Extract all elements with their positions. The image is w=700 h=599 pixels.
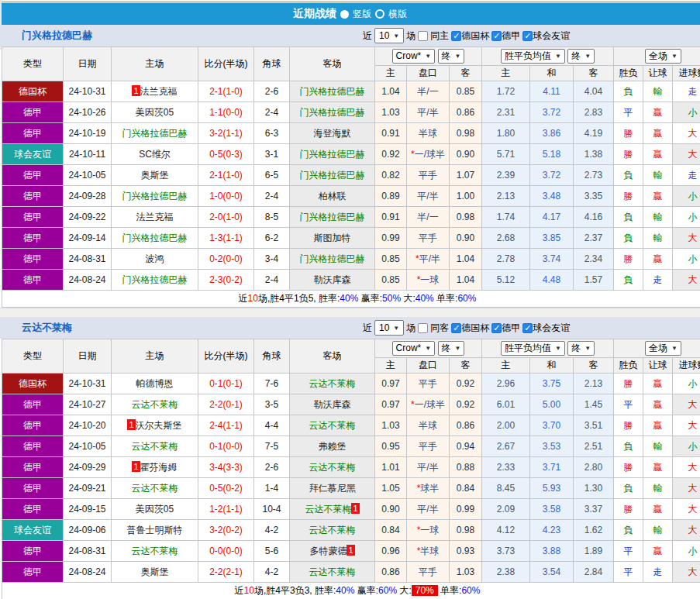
home-team-name: 波鸿 — [146, 253, 164, 264]
avg-draw-cell: 4.11 — [530, 81, 574, 102]
result-goals-cell: 大 — [673, 562, 700, 583]
score-cell: 0-0(0-0) — [198, 541, 254, 562]
result-group-header: 全场▼ — [614, 47, 700, 66]
odds-home-cell: 0.97 — [375, 374, 407, 394]
match-type-cell: 德甲 — [2, 228, 64, 249]
summary-segment: 单率: — [434, 293, 458, 304]
match-type-cell: 德甲 — [2, 249, 64, 270]
result-goals-cell: 大 — [673, 123, 700, 144]
home-team-name: 门兴格拉德巴赫 — [122, 128, 188, 139]
result-goals-cell: 小 — [673, 436, 700, 457]
match-row: 德甲24-09-291霍芬海姆3-4(3-3)2-6云达不莱梅1.01平/半0.… — [2, 457, 700, 478]
col-header-handicap: 盘口 — [407, 66, 450, 81]
layout-radio-vertical[interactable] — [340, 10, 349, 19]
match-date-cell: 24-09-22 — [64, 207, 112, 228]
match-date-cell: 24-10-05 — [64, 436, 112, 457]
match-date-cell: 24-08-31 — [64, 541, 112, 562]
match-row: 德甲24-10-26美因茨051-1(0-0)2-4门兴格拉德巴赫1.03平/半… — [2, 102, 700, 123]
match-row: 德甲24-08-31云达不莱梅0-0(0-0)5-6多特蒙德10.96*半球0.… — [2, 541, 700, 562]
result-winloss-cell: 平 — [614, 394, 643, 415]
recent-count-select[interactable]: 10▼ — [374, 320, 404, 336]
result-goals-cell: 小 — [673, 102, 700, 123]
league-checkbox-bundesliga[interactable] — [491, 31, 502, 41]
match-type-cell: 德甲 — [2, 102, 64, 123]
avg-draw-cell: 3.58 — [530, 499, 574, 520]
home-team-cell: 1霍芬海姆 — [112, 457, 198, 478]
layout-radio-horizontal[interactable] — [375, 9, 384, 19]
odds-home-cell: 0.84 — [375, 520, 407, 541]
summary-segment: 单率: — [438, 585, 462, 596]
avg-type-select[interactable]: 胜平负均值▼ — [501, 341, 565, 356]
league-checkbox-cup[interactable] — [451, 323, 461, 333]
home-team-cell: 波鸿 — [112, 249, 198, 270]
match-row: 德甲24-09-15美因茨051-2(1-1)10-4云达不莱梅10.90平/半… — [2, 499, 700, 520]
match-row: 德甲24-10-05奥斯堡2-1(1-0)6-5门兴格拉德巴赫0.82平手1.0… — [2, 165, 700, 186]
home-team-cell: 法兰克福 — [112, 207, 198, 228]
result-winloss-cell: 負 — [614, 478, 643, 499]
handicap-cell: *平/半 — [407, 249, 450, 270]
result-scope-select[interactable]: 全场▼ — [645, 341, 681, 356]
corner-cell: 7-5 — [254, 436, 290, 457]
same-venue-checkbox[interactable] — [418, 323, 428, 333]
avg-time-select[interactable]: 终▼ — [567, 49, 595, 64]
league-label-friendly: 球会友谊 — [533, 322, 570, 335]
summary-segment: 60% — [378, 585, 397, 596]
league-checkbox-friendly[interactable] — [522, 323, 533, 333]
odds-source-select[interactable]: Crow*▼ — [392, 341, 436, 356]
handicap-star-mark: * — [416, 253, 419, 264]
handicap-cell: 平/半 — [407, 102, 450, 123]
chevron-down-icon: ▼ — [455, 345, 461, 352]
same-venue-checkbox[interactable] — [418, 31, 428, 41]
avg-draw-cell: 5.18 — [530, 144, 574, 165]
team1-name: 门兴格拉德巴赫 — [22, 29, 92, 43]
red-card-badge: 1 — [132, 85, 140, 96]
avg-time-select[interactable]: 终▼ — [567, 341, 595, 356]
col-header-odds-away: 客 — [450, 358, 482, 374]
odds-away-cell: 0.85 — [450, 81, 482, 102]
result-winloss-cell: 勝 — [614, 123, 643, 144]
col-header-handicap: 盘口 — [407, 358, 450, 374]
away-team-cell: 门兴格拉德巴赫 — [290, 144, 375, 165]
odds-time-select[interactable]: 终▼ — [438, 341, 465, 356]
games-label: 场 — [406, 29, 416, 43]
summary-segment: 大: — [397, 585, 412, 596]
match-date-cell: 24-09-15 — [64, 499, 112, 520]
summary-segment: 60% — [461, 585, 480, 596]
league-checkbox-bundesliga[interactable] — [491, 323, 502, 333]
corner-cell: 5-6 — [254, 541, 290, 562]
home-team-cell: 门兴格拉德巴赫 — [112, 270, 198, 291]
league-checkbox-cup[interactable] — [451, 31, 461, 41]
result-winloss-cell: 勝 — [614, 249, 643, 270]
handicap-star-mark: * — [417, 483, 421, 494]
result-goals-cell: 大 — [673, 478, 700, 499]
recent-count-select[interactable]: 10▼ — [374, 28, 404, 43]
avg-home-cell: 2.39 — [482, 165, 530, 186]
match-row: 德甲24-09-14门兴格拉德巴赫1-3(1-1)6-2斯图加特0.99平手0.… — [2, 228, 700, 249]
odds-away-cell: 0.92 — [450, 374, 482, 394]
result-handicap-cell: 輸 — [643, 165, 673, 186]
odds-away-cell: 1.00 — [450, 186, 482, 207]
odds-home-cell: 0.91 — [375, 207, 407, 228]
corner-cell: 4-4 — [254, 415, 290, 436]
match-type-cell: 德甲 — [2, 499, 64, 520]
away-team-cell: 勒沃库森 — [290, 394, 375, 415]
team2-results-table: 类型 日期 主场 比分(半场) 角球 客场 Crow*▼ 终▼ 胜平负均值▼ 终… — [2, 339, 700, 599]
col-header-corner: 角球 — [254, 47, 290, 81]
league-checkbox-friendly[interactable] — [522, 31, 533, 41]
result-handicap-cell: 輸 — [643, 207, 673, 228]
avg-away-cell: 3.37 — [574, 499, 614, 520]
odds-source-select[interactable]: Crow*▼ — [392, 49, 436, 64]
section-divider — [0, 308, 700, 317]
team1-results-table: 类型 日期 主场 比分(半场) 角球 客场 Crow*▼ 终▼ 胜平负均值▼ 终… — [2, 46, 700, 308]
score-cell: 2-1(1-0) — [198, 81, 254, 102]
avg-type-select[interactable]: 胜平负均值▼ — [501, 49, 565, 64]
result-handicap-cell: 走 — [643, 562, 673, 583]
result-scope-select[interactable]: 全场▼ — [645, 49, 681, 64]
result-group-header: 全场▼ — [614, 339, 700, 358]
summary-segment: 10 — [248, 293, 258, 304]
handicap-star-mark: * — [417, 525, 421, 535]
match-row: 德甲24-10-27云达不莱梅2-2(0-1)3-5勒沃库森0.97*一/球半0… — [2, 394, 700, 415]
home-team-cell: 门兴格拉德巴赫 — [112, 123, 198, 144]
odds-time-select[interactable]: 终▼ — [438, 49, 465, 64]
away-team-cell: 拜仁慕尼黑 — [290, 478, 375, 499]
